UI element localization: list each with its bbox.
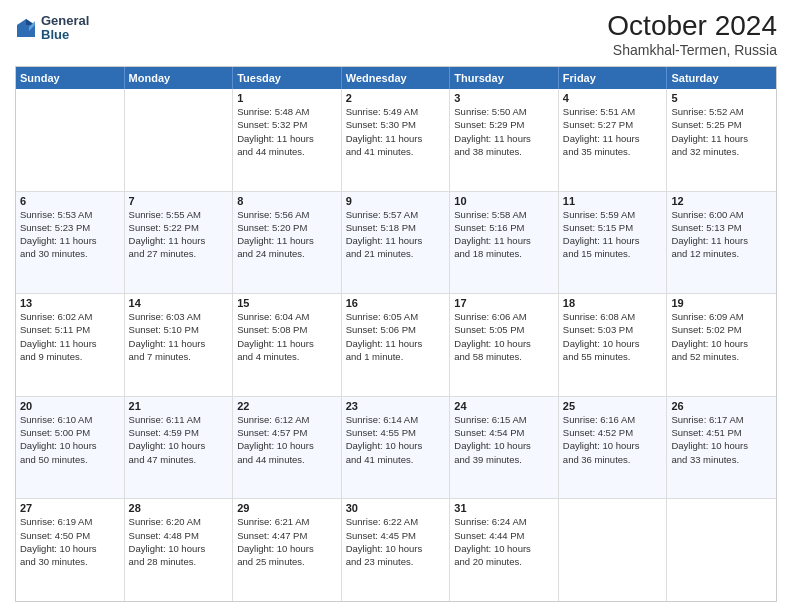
calendar-cell xyxy=(559,499,668,601)
calendar-cell: 10Sunrise: 5:58 AMSunset: 5:16 PMDayligh… xyxy=(450,192,559,294)
cell-line: Sunrise: 6:10 AM xyxy=(20,413,120,426)
cell-line: and 23 minutes. xyxy=(346,555,446,568)
cell-line: Sunrise: 6:06 AM xyxy=(454,310,554,323)
day-number: 18 xyxy=(563,297,663,309)
day-number: 11 xyxy=(563,195,663,207)
day-number: 22 xyxy=(237,400,337,412)
cell-line: Daylight: 11 hours xyxy=(671,132,772,145)
cell-line: Daylight: 11 hours xyxy=(20,337,120,350)
calendar-cell: 1Sunrise: 5:48 AMSunset: 5:32 PMDaylight… xyxy=(233,89,342,191)
cell-line: Daylight: 10 hours xyxy=(20,439,120,452)
cell-line: and 20 minutes. xyxy=(454,555,554,568)
cell-line: Daylight: 10 hours xyxy=(454,439,554,452)
cell-line: Sunrise: 6:15 AM xyxy=(454,413,554,426)
day-number: 20 xyxy=(20,400,120,412)
calendar-cell: 8Sunrise: 5:56 AMSunset: 5:20 PMDaylight… xyxy=(233,192,342,294)
cell-line: and 12 minutes. xyxy=(671,247,772,260)
day-number: 13 xyxy=(20,297,120,309)
calendar-cell: 24Sunrise: 6:15 AMSunset: 4:54 PMDayligh… xyxy=(450,397,559,499)
cell-line: Daylight: 10 hours xyxy=(454,337,554,350)
calendar-cell: 9Sunrise: 5:57 AMSunset: 5:18 PMDaylight… xyxy=(342,192,451,294)
day-number: 16 xyxy=(346,297,446,309)
cell-line: Sunrise: 6:02 AM xyxy=(20,310,120,323)
day-number: 3 xyxy=(454,92,554,104)
day-number: 2 xyxy=(346,92,446,104)
cell-line: Daylight: 11 hours xyxy=(129,234,229,247)
cell-line: Daylight: 11 hours xyxy=(346,337,446,350)
cell-line: Sunset: 4:55 PM xyxy=(346,426,446,439)
calendar-row-5: 27Sunrise: 6:19 AMSunset: 4:50 PMDayligh… xyxy=(16,499,776,601)
day-number: 30 xyxy=(346,502,446,514)
cell-line: Sunrise: 5:53 AM xyxy=(20,208,120,221)
calendar-cell xyxy=(16,89,125,191)
cell-line: and 36 minutes. xyxy=(563,453,663,466)
cell-line: Sunset: 5:00 PM xyxy=(20,426,120,439)
calendar: SundayMondayTuesdayWednesdayThursdayFrid… xyxy=(15,66,777,602)
cell-line: Daylight: 11 hours xyxy=(129,337,229,350)
cell-line: Sunrise: 6:03 AM xyxy=(129,310,229,323)
calendar-cell: 6Sunrise: 5:53 AMSunset: 5:23 PMDaylight… xyxy=(16,192,125,294)
cell-line: Sunset: 4:52 PM xyxy=(563,426,663,439)
cell-line: Sunset: 5:11 PM xyxy=(20,323,120,336)
day-number: 14 xyxy=(129,297,229,309)
calendar-cell: 22Sunrise: 6:12 AMSunset: 4:57 PMDayligh… xyxy=(233,397,342,499)
cell-line: and 21 minutes. xyxy=(346,247,446,260)
cell-line: and 32 minutes. xyxy=(671,145,772,158)
cell-line: Sunset: 5:30 PM xyxy=(346,118,446,131)
calendar-cell: 31Sunrise: 6:24 AMSunset: 4:44 PMDayligh… xyxy=(450,499,559,601)
calendar-cell: 23Sunrise: 6:14 AMSunset: 4:55 PMDayligh… xyxy=(342,397,451,499)
day-number: 6 xyxy=(20,195,120,207)
cell-line: Daylight: 11 hours xyxy=(454,132,554,145)
calendar-cell: 25Sunrise: 6:16 AMSunset: 4:52 PMDayligh… xyxy=(559,397,668,499)
cell-line: and 30 minutes. xyxy=(20,247,120,260)
day-number: 5 xyxy=(671,92,772,104)
day-number: 4 xyxy=(563,92,663,104)
day-number: 10 xyxy=(454,195,554,207)
day-number: 8 xyxy=(237,195,337,207)
calendar-cell: 3Sunrise: 5:50 AMSunset: 5:29 PMDaylight… xyxy=(450,89,559,191)
cell-line: Daylight: 10 hours xyxy=(454,542,554,555)
header-day-friday: Friday xyxy=(559,67,668,89)
calendar-row-2: 6Sunrise: 5:53 AMSunset: 5:23 PMDaylight… xyxy=(16,192,776,295)
cell-line: Daylight: 10 hours xyxy=(20,542,120,555)
cell-line: Sunrise: 6:21 AM xyxy=(237,515,337,528)
cell-line: Daylight: 10 hours xyxy=(237,542,337,555)
calendar-cell: 30Sunrise: 6:22 AMSunset: 4:45 PMDayligh… xyxy=(342,499,451,601)
cell-line: Daylight: 10 hours xyxy=(346,542,446,555)
cell-line: Sunrise: 5:48 AM xyxy=(237,105,337,118)
day-number: 19 xyxy=(671,297,772,309)
cell-line: Daylight: 11 hours xyxy=(237,337,337,350)
calendar-cell xyxy=(667,499,776,601)
day-number: 31 xyxy=(454,502,554,514)
cell-line: Sunrise: 6:19 AM xyxy=(20,515,120,528)
day-number: 17 xyxy=(454,297,554,309)
calendar-cell: 20Sunrise: 6:10 AMSunset: 5:00 PMDayligh… xyxy=(16,397,125,499)
cell-line: Sunset: 5:20 PM xyxy=(237,221,337,234)
cell-line: Sunset: 4:50 PM xyxy=(20,529,120,542)
cell-line: Daylight: 10 hours xyxy=(237,439,337,452)
cell-line: and 27 minutes. xyxy=(129,247,229,260)
cell-line: Sunset: 5:15 PM xyxy=(563,221,663,234)
cell-line: Daylight: 10 hours xyxy=(563,439,663,452)
cell-line: Sunset: 4:45 PM xyxy=(346,529,446,542)
cell-line: Daylight: 10 hours xyxy=(129,542,229,555)
cell-line: Daylight: 10 hours xyxy=(563,337,663,350)
cell-line: Sunset: 5:29 PM xyxy=(454,118,554,131)
cell-line: and 38 minutes. xyxy=(454,145,554,158)
day-number: 26 xyxy=(671,400,772,412)
cell-line: and 39 minutes. xyxy=(454,453,554,466)
cell-line: Sunset: 5:18 PM xyxy=(346,221,446,234)
day-number: 15 xyxy=(237,297,337,309)
calendar-cell: 28Sunrise: 6:20 AMSunset: 4:48 PMDayligh… xyxy=(125,499,234,601)
calendar-cell: 29Sunrise: 6:21 AMSunset: 4:47 PMDayligh… xyxy=(233,499,342,601)
day-number: 1 xyxy=(237,92,337,104)
cell-line: Sunrise: 5:57 AM xyxy=(346,208,446,221)
day-number: 23 xyxy=(346,400,446,412)
cell-line: and 50 minutes. xyxy=(20,453,120,466)
cell-line: Sunset: 5:08 PM xyxy=(237,323,337,336)
cell-line: and 35 minutes. xyxy=(563,145,663,158)
cell-line: Sunset: 5:03 PM xyxy=(563,323,663,336)
cell-line: Sunrise: 5:50 AM xyxy=(454,105,554,118)
day-number: 27 xyxy=(20,502,120,514)
calendar-cell: 12Sunrise: 6:00 AMSunset: 5:13 PMDayligh… xyxy=(667,192,776,294)
